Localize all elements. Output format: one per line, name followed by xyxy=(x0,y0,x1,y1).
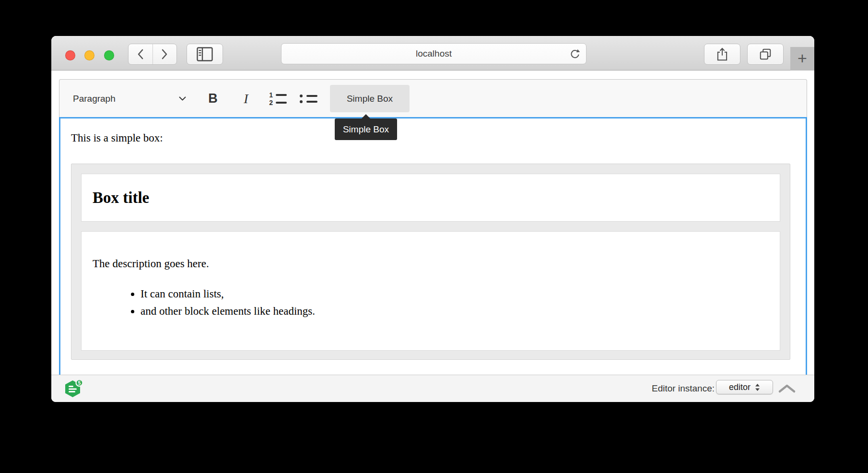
numbered-list-icon: 1 2 xyxy=(269,93,287,105)
zoom-button[interactable] xyxy=(104,50,114,60)
italic-icon: I xyxy=(244,91,248,106)
refresh-button[interactable] xyxy=(568,47,582,61)
editor-toolbar: Paragraph B I 1 2 xyxy=(59,79,807,117)
forward-button[interactable] xyxy=(152,44,177,64)
select-value: editor xyxy=(729,382,751,392)
url-field[interactable]: localhost xyxy=(281,43,586,64)
select-arrows-icon xyxy=(755,383,760,391)
chevron-left-icon xyxy=(137,48,144,60)
list-item[interactable]: It can contain lists, xyxy=(141,285,769,303)
box-title-text: Box title xyxy=(93,189,149,207)
numbered-list-button[interactable]: 1 2 xyxy=(261,85,294,112)
editor-content[interactable]: This is a simple box: Box title The desc… xyxy=(59,117,807,375)
ckeditor-logo[interactable]: 5 xyxy=(64,377,83,399)
description-paragraph[interactable]: The description goes here. xyxy=(93,257,769,271)
page-content: Paragraph B I 1 2 xyxy=(51,71,814,375)
heading-dropdown[interactable]: Paragraph xyxy=(66,85,193,112)
tooltip: Simple Box xyxy=(335,118,397,140)
bold-icon: B xyxy=(208,91,218,106)
tabs-button[interactable] xyxy=(747,44,784,65)
box-description[interactable]: The description goes here. It can contai… xyxy=(81,231,780,351)
bulleted-list-button[interactable] xyxy=(293,85,324,112)
bold-button[interactable]: B xyxy=(199,85,226,112)
bulleted-list-icon xyxy=(299,95,317,103)
footer-bar: 5 Editor instance: editor xyxy=(51,375,814,402)
screen: { "browser": { "url": "localhost", "new_… xyxy=(0,0,868,473)
tabs-icon xyxy=(759,47,772,61)
simple-box-label: Simple Box xyxy=(347,94,393,104)
chevron-up-icon xyxy=(778,383,796,394)
minimize-button[interactable] xyxy=(84,50,94,60)
sidebar-icon xyxy=(197,47,213,61)
editor-instance-label: Editor instance: xyxy=(652,375,715,402)
collapse-button[interactable] xyxy=(776,382,798,395)
plus-icon: + xyxy=(798,50,807,66)
close-button[interactable] xyxy=(65,50,75,60)
sidebar-toggle-button[interactable] xyxy=(187,44,223,65)
intro-paragraph[interactable]: This is a simple box: xyxy=(71,131,795,145)
simple-box-widget[interactable]: Box title The description goes here. It … xyxy=(71,164,790,360)
nav-button-group xyxy=(128,44,177,65)
simple-box-button[interactable]: Simple Box xyxy=(330,85,410,112)
heading-dropdown-label: Paragraph xyxy=(73,94,116,104)
share-icon xyxy=(716,47,728,61)
editor-instance-select[interactable]: editor xyxy=(716,380,773,394)
italic-button[interactable]: I xyxy=(233,85,259,112)
description-list: It can contain lists, and other block el… xyxy=(93,285,769,320)
logo-badge: 5 xyxy=(78,380,81,386)
share-button[interactable] xyxy=(704,44,740,65)
box-title[interactable]: Box title xyxy=(81,174,780,222)
refresh-icon xyxy=(569,48,581,60)
list-item[interactable]: and other block elements like headings. xyxy=(141,303,769,320)
new-tab-button[interactable]: + xyxy=(790,47,814,71)
tooltip-label: Simple Box xyxy=(343,124,389,135)
browser-window: localhost + xyxy=(51,36,814,402)
back-button[interactable] xyxy=(129,44,152,64)
chevron-down-icon xyxy=(179,96,186,101)
chevron-right-icon xyxy=(161,48,168,60)
url-text: localhost xyxy=(416,48,452,59)
titlebar[interactable]: localhost + xyxy=(51,36,814,71)
tooltip-arrow xyxy=(362,114,370,118)
